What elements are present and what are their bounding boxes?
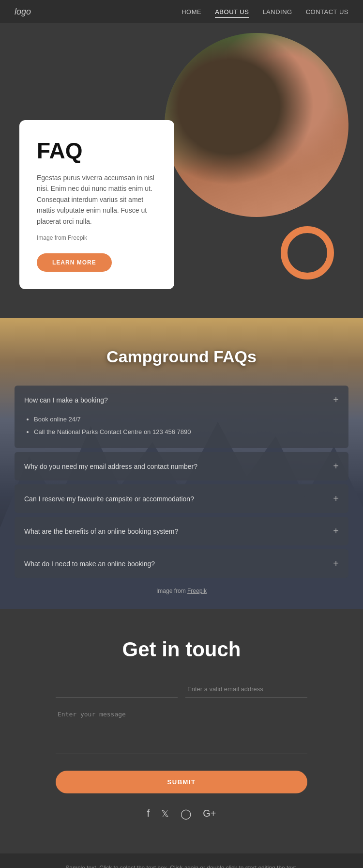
faq-body-1: Book online 24/7 Call the National Parks… xyxy=(15,414,348,448)
hero-image xyxy=(165,33,348,217)
googleplus-icon[interactable]: G+ xyxy=(203,808,216,820)
campground-section: Campground FAQs How can I make a booking… xyxy=(0,318,363,609)
faq-accordion: How can I make a booking? + Book online … xyxy=(15,386,348,578)
hero-section: FAQ Egestas purus viverra accumsan in ni… xyxy=(0,23,363,318)
faq-header-2[interactable]: Why do you need my email address and con… xyxy=(15,452,348,480)
faq-item-3: Can I reserve my favourite campsite or a… xyxy=(15,484,348,513)
navigation: logo HOME ABOUT US LANDING CONTACT US xyxy=(0,0,363,23)
footer: Sample text. Click to select the text bo… xyxy=(0,853,363,868)
logo[interactable]: logo xyxy=(15,7,31,17)
faq-answer-item-1b: Call the National Parks Contact Centre o… xyxy=(34,427,339,437)
nav-link-landing[interactable]: LANDING xyxy=(262,8,292,17)
contact-title: Get in touch xyxy=(15,638,348,661)
faq-plus-icon-5: + xyxy=(333,558,339,569)
faq-card-title: FAQ xyxy=(37,138,157,164)
faq-plus-icon-4: + xyxy=(333,526,339,537)
campground-title: Campground FAQs xyxy=(15,347,348,366)
nav-item-home[interactable]: HOME xyxy=(182,7,201,16)
email-input[interactable] xyxy=(185,681,307,698)
faq-plus-icon-1: + xyxy=(333,394,339,405)
contact-section: Get in touch SUBMIT f 𝕏 ◯ G+ xyxy=(0,609,363,853)
faq-question-5: What do I need to make an online booking… xyxy=(24,560,155,568)
freepik-link[interactable]: Freepik xyxy=(187,588,207,594)
faq-plus-icon-3: + xyxy=(333,493,339,504)
contact-form: SUBMIT f 𝕏 ◯ G+ xyxy=(56,681,307,820)
faq-item-5: What do I need to make an online booking… xyxy=(15,549,348,578)
faq-header-4[interactable]: What are the benefits of an online booki… xyxy=(15,517,348,545)
faq-answer-item-1a: Book online 24/7 xyxy=(34,414,339,425)
name-input[interactable] xyxy=(56,681,178,698)
faq-card-description: Egestas purus viverra accumsan in nisl n… xyxy=(37,172,157,227)
faq-card: FAQ Egestas purus viverra accumsan in ni… xyxy=(19,120,174,289)
facebook-icon[interactable]: f xyxy=(147,808,150,820)
nav-link-home[interactable]: HOME xyxy=(182,8,201,17)
faq-plus-icon-2: + xyxy=(333,461,339,472)
instagram-icon[interactable]: ◯ xyxy=(181,808,191,820)
faq-header-1[interactable]: How can I make a booking? + xyxy=(15,386,348,414)
faq-item-4: What are the benefits of an online booki… xyxy=(15,517,348,545)
social-icons: f 𝕏 ◯ G+ xyxy=(56,808,307,820)
message-textarea[interactable] xyxy=(56,706,307,754)
image-credit: Image from Freepik xyxy=(37,233,157,243)
nav-item-landing[interactable]: LANDING xyxy=(262,7,292,16)
faq-question-3: Can I reserve my favourite campsite or a… xyxy=(24,495,194,503)
campground-image-credit: Image from Freepik xyxy=(15,588,348,594)
faq-item-1: How can I make a booking? + Book online … xyxy=(15,386,348,448)
footer-text: Sample text. Click to select the text bo… xyxy=(15,863,348,868)
faq-question-4: What are the benefits of an online booki… xyxy=(24,527,178,535)
decorative-orange-ring xyxy=(281,226,334,279)
submit-button[interactable]: SUBMIT xyxy=(56,771,307,793)
form-row-top xyxy=(56,681,307,698)
faq-header-5[interactable]: What do I need to make an online booking… xyxy=(15,549,348,578)
nav-links: HOME ABOUT US LANDING CONTACT US xyxy=(182,7,348,16)
nav-link-about[interactable]: ABOUT US xyxy=(215,8,249,18)
faq-header-3[interactable]: Can I reserve my favourite campsite or a… xyxy=(15,484,348,513)
nav-item-contact[interactable]: CONTACT US xyxy=(306,7,348,16)
faq-question-1: How can I make a booking? xyxy=(24,396,108,404)
campground-content: Campground FAQs How can I make a booking… xyxy=(0,318,363,609)
twitter-icon[interactable]: 𝕏 xyxy=(161,808,169,820)
nav-link-contact[interactable]: CONTACT US xyxy=(306,8,348,17)
nav-item-about[interactable]: ABOUT US xyxy=(215,7,249,16)
faq-question-2: Why do you need my email address and con… xyxy=(24,463,197,470)
people-photo xyxy=(165,33,348,217)
learn-more-button[interactable]: LEARN MORE xyxy=(37,253,112,272)
faq-item-2: Why do you need my email address and con… xyxy=(15,452,348,480)
